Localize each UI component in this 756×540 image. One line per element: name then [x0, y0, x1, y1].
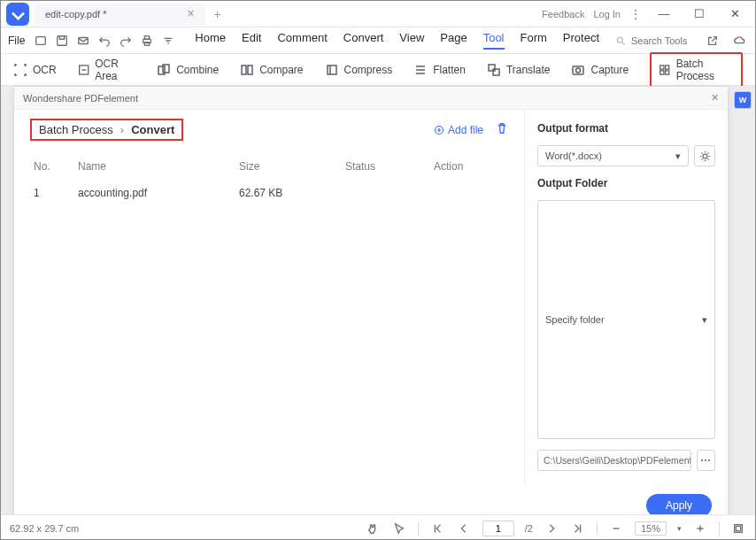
tool-compress[interactable]: Compress: [325, 63, 393, 77]
svg-rect-14: [493, 69, 499, 75]
last-page-icon[interactable]: [570, 521, 586, 536]
title-bar: edit-copy.pdf * ✕ + Feedback Log In ⋮ — …: [1, 1, 755, 27]
menu-convert[interactable]: Convert: [343, 31, 384, 50]
dialog-header: Wondershare PDFelement ✕: [14, 87, 728, 110]
dialog-title: Wondershare PDFelement: [23, 93, 138, 104]
tool-ribbon: OCR OCR Area Combine Compare Compress Fl…: [1, 54, 755, 86]
dialog-right-pane: Output format Word(*.docx) ▾ Output Fold…: [524, 110, 728, 483]
dialog-close-icon[interactable]: ✕: [711, 92, 719, 104]
window-close-icon[interactable]: ✕: [721, 7, 748, 20]
menu-form[interactable]: Form: [521, 31, 547, 50]
tab-close-icon[interactable]: ✕: [187, 8, 195, 19]
more-icon[interactable]: ⋮: [629, 7, 642, 21]
svg-rect-12: [328, 66, 336, 74]
cloud-icon[interactable]: [730, 32, 748, 50]
zoom-in-icon[interactable]: [692, 521, 708, 536]
browse-folder-button[interactable]: ⋯: [697, 450, 715, 471]
tool-ocr[interactable]: OCR: [13, 63, 57, 77]
login-link[interactable]: Log In: [593, 9, 621, 19]
output-format-label: Output format: [537, 122, 715, 135]
svg-rect-11: [248, 66, 252, 74]
zoom-out-icon[interactable]: [608, 521, 624, 536]
tool-translate[interactable]: Translate: [487, 63, 551, 77]
output-folder-label: Output Folder: [537, 177, 715, 189]
tool-compare[interactable]: Compare: [240, 63, 303, 77]
redo-icon[interactable]: [117, 32, 135, 50]
page-total: /2: [525, 523, 533, 534]
hand-tool-icon[interactable]: [365, 521, 381, 536]
print-icon[interactable]: [138, 32, 156, 50]
breadcrumb-current: Convert: [131, 123, 174, 136]
first-page-icon[interactable]: [429, 521, 445, 536]
window-maximize-icon[interactable]: ☐: [686, 7, 713, 20]
tool-combine[interactable]: Combine: [157, 63, 219, 77]
svg-rect-4: [145, 35, 150, 39]
svg-rect-20: [666, 70, 669, 73]
search-tools[interactable]: [615, 35, 693, 46]
file-menu[interactable]: File: [8, 35, 28, 47]
search-input[interactable]: [631, 35, 693, 46]
mail-icon[interactable]: [74, 32, 92, 50]
tool-capture[interactable]: Capture: [571, 63, 629, 77]
menu-protect[interactable]: Protect: [563, 31, 599, 50]
svg-point-16: [576, 68, 581, 73]
menu-edit[interactable]: Edit: [242, 31, 261, 50]
tool-ocr-area[interactable]: OCR Area: [78, 58, 135, 82]
zoom-chevron-icon[interactable]: ▾: [677, 524, 682, 533]
new-tab-button[interactable]: +: [205, 7, 230, 21]
dropdown-icon[interactable]: [159, 32, 177, 50]
svg-rect-19: [660, 70, 664, 73]
svg-rect-18: [666, 65, 669, 68]
open-icon[interactable]: [32, 32, 50, 50]
chevron-right-icon: ›: [120, 123, 124, 136]
svg-rect-13: [489, 65, 495, 71]
chevron-down-icon: ▾: [702, 314, 707, 326]
content-area: W Wondershare PDFelement ✕ Batch Process…: [1, 86, 755, 540]
output-folder-select[interactable]: Specify folder ▾: [537, 200, 715, 439]
window-minimize-icon[interactable]: —: [651, 7, 677, 20]
document-tab[interactable]: edit-copy.pdf * ✕: [35, 4, 205, 25]
share-icon[interactable]: [704, 32, 721, 50]
svg-rect-1: [58, 35, 67, 45]
add-file-button[interactable]: Add file: [434, 124, 483, 136]
fit-page-icon[interactable]: [730, 521, 746, 536]
menu-bar: File Home Edit Comment Convert View Page…: [1, 27, 755, 54]
page-dimensions: 62.92 x 29.7 cm: [10, 523, 79, 534]
tool-flatten[interactable]: Flatten: [413, 63, 466, 77]
zoom-level[interactable]: 15%: [635, 521, 667, 536]
svg-rect-24: [736, 526, 740, 530]
delete-icon[interactable]: [496, 122, 508, 137]
menu-view[interactable]: View: [399, 31, 424, 50]
status-bar: 62.92 x 29.7 cm /2 15% ▾: [1, 514, 755, 540]
format-settings-button[interactable]: [694, 145, 715, 166]
next-page-icon[interactable]: [544, 521, 559, 536]
svg-rect-10: [242, 66, 246, 74]
menu-comment[interactable]: Comment: [277, 31, 327, 50]
export-word-icon[interactable]: W: [734, 91, 752, 109]
chevron-down-icon: ▾: [675, 150, 681, 162]
menu-home[interactable]: Home: [195, 31, 226, 50]
menu-page[interactable]: Page: [440, 31, 467, 50]
main-menu: Home Edit Comment Convert View Page Tool…: [195, 31, 599, 50]
svg-rect-0: [36, 36, 46, 44]
dialog-left-pane: Batch Process › Convert Add file No.: [14, 110, 524, 483]
app-logo-icon: [6, 3, 29, 26]
output-format-select[interactable]: Word(*.docx) ▾: [537, 145, 689, 166]
svg-rect-2: [79, 37, 89, 43]
file-table-header: No. Name Size Status Action: [30, 153, 508, 180]
feedback-link[interactable]: Feedback: [542, 9, 584, 19]
prev-page-icon[interactable]: [456, 521, 472, 536]
svg-rect-17: [660, 65, 664, 68]
breadcrumb-root[interactable]: Batch Process: [39, 123, 113, 136]
table-row[interactable]: 1 accounting.pdf 62.67 KB: [30, 180, 508, 206]
select-tool-icon[interactable]: [391, 521, 407, 536]
tool-batch-process[interactable]: Batch Process: [650, 52, 743, 88]
output-folder-path[interactable]: C:\Users\Geili\Desktop\PDFelement\Cc: [537, 450, 691, 471]
save-icon[interactable]: [53, 32, 71, 50]
undo-icon[interactable]: [96, 32, 113, 50]
tab-title: edit-copy.pdf *: [45, 9, 107, 19]
breadcrumb: Batch Process › Convert: [30, 119, 183, 141]
menu-tool[interactable]: Tool: [483, 31, 505, 50]
page-input[interactable]: [482, 521, 514, 536]
batch-dialog: Wondershare PDFelement ✕ Batch Process ›…: [13, 86, 729, 528]
